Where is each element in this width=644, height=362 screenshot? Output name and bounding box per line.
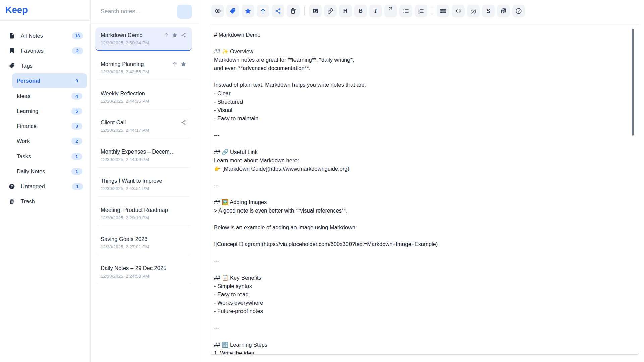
editor-textarea[interactable]: # Markdown Demo ## ✨ Overview Markdown n… — [210, 24, 639, 355]
table-button[interactable] — [437, 5, 449, 17]
note-list-item[interactable]: Morning Planning12/30/2025, 2:42:55 PM — [95, 57, 192, 80]
note-indicators — [163, 32, 186, 38]
note-list-item[interactable]: Saving Goals 202612/30/2025, 2:27:01 PM — [95, 232, 192, 255]
tag-label: Work — [17, 138, 67, 144]
tag-label: Learning — [17, 108, 67, 114]
tag-button[interactable] — [226, 5, 239, 17]
editor-scrollbar-thumb[interactable] — [632, 29, 634, 136]
editor-area: HBI”123(x)S? # Markdown Demo ## ✨ Overvi… — [199, 0, 644, 362]
sidebar-nav: All Notes13Favorites2TagsPersonal9Ideas4… — [0, 21, 90, 209]
inline-math-button[interactable]: (x) — [467, 5, 480, 17]
tag-label: Tasks — [17, 153, 67, 160]
sidebar-item-tags[interactable]: Tags — [0, 58, 90, 73]
sidebar: Keep All Notes13Favorites2TagsPersonal9I… — [0, 0, 91, 362]
count-badge: 1 — [71, 168, 82, 175]
delete-button[interactable] — [287, 5, 300, 17]
note-title: Daily Notes – 29 Dec 2025 — [101, 265, 183, 272]
blockquote-glyph: ” — [389, 9, 393, 13]
note-card-top: Things I Want to Improve — [101, 178, 186, 184]
count-badge: 5 — [71, 108, 82, 115]
blockquote-button[interactable]: ” — [384, 5, 397, 17]
list-ol-icon: 123 — [418, 8, 424, 14]
note-date: 12/30/2025, 2:44:09 PM — [101, 157, 186, 162]
note-list-item[interactable]: Daily Notes – 29 Dec 202512/30/2025, 2:2… — [95, 261, 192, 284]
note-list-item[interactable]: Weekly Reflection12/30/2025, 2:44:35 PM — [95, 86, 192, 109]
sidebar-item-trash[interactable]: Trash — [0, 194, 90, 209]
code-button[interactable] — [452, 5, 465, 17]
notes-panel: Markdown Demo12/30/2025, 2:50:34 PMMorni… — [91, 0, 199, 362]
note-indicators — [172, 61, 186, 67]
sidebar-tag-learning[interactable]: Learning5 — [12, 104, 87, 119]
arrow-up-icon — [260, 8, 266, 14]
favorite-button[interactable] — [241, 5, 254, 17]
toolbar-divider — [304, 7, 305, 15]
sidebar-item-untagged[interactable]: ?Untagged1 — [0, 179, 90, 194]
star-icon — [181, 61, 186, 67]
share-icon — [181, 32, 186, 38]
count-badge: 3 — [71, 123, 82, 130]
note-card-top: Saving Goals 2026 — [101, 236, 186, 242]
note-date: 12/30/2025, 2:24:58 PM — [101, 274, 186, 279]
heading-button[interactable]: H — [339, 5, 352, 17]
note-card-top: Morning Planning — [101, 61, 186, 67]
note-list-item[interactable]: Meeting: Product Roadmap12/30/2025, 2:29… — [95, 202, 192, 226]
note-date: 12/30/2025, 2:50:34 PM — [101, 40, 186, 45]
count-badge: 9 — [71, 77, 82, 84]
note-title: Morning Planning — [101, 61, 169, 67]
note-date: 12/30/2025, 2:44:17 PM — [101, 128, 186, 133]
sidebar-tag-personal[interactable]: Personal9 — [12, 73, 87, 88]
bold-button[interactable]: B — [354, 5, 367, 17]
note-card-top: Markdown Demo — [101, 32, 186, 38]
collapse-sidebar-button[interactable] — [74, 6, 84, 15]
copy-button[interactable] — [497, 5, 510, 17]
sidebar-item-favorites[interactable]: Favorites2 — [0, 43, 90, 58]
sidebar-item-label: Trash — [21, 198, 83, 205]
insert-link-button[interactable] — [324, 5, 337, 17]
sidebar-tag-finance[interactable]: Finance3 — [12, 119, 87, 134]
note-title: Client Call — [101, 119, 178, 126]
sidebar-item-label: Untagged — [21, 183, 66, 190]
sidebar-tag-daily-notes[interactable]: Daily Notes1 — [12, 164, 87, 179]
export-button[interactable] — [257, 5, 269, 17]
help-button[interactable]: ? — [512, 5, 525, 17]
tag-icon — [9, 63, 15, 69]
tag-label: Personal — [17, 78, 67, 84]
italic-glyph: I — [375, 8, 377, 14]
note-list-item[interactable]: Client Call12/30/2025, 2:44:17 PM — [95, 115, 192, 138]
bullet-list-button[interactable] — [399, 5, 412, 17]
sidebar-tag-tasks[interactable]: Tasks1 — [12, 149, 87, 164]
note-list-item[interactable]: Monthly Expenses – Decem…12/30/2025, 2:4… — [95, 144, 192, 168]
note-date: 12/30/2025, 2:42:55 PM — [101, 69, 186, 74]
count-badge: 1 — [71, 153, 82, 160]
insert-image-button[interactable] — [309, 5, 322, 17]
notes-list: Markdown Demo12/30/2025, 2:50:34 PMMorni… — [91, 23, 199, 362]
sidebar-tag-ideas[interactable]: Ideas4 — [12, 88, 87, 104]
count-badge: 2 — [72, 47, 83, 54]
editor-toolbar: HBI”123(x)S? — [199, 0, 644, 17]
note-list-item[interactable]: Things I Want to Improve12/30/2025, 2:43… — [95, 173, 192, 197]
tag-solid-icon — [229, 8, 236, 14]
italic-button[interactable]: I — [369, 5, 382, 17]
code-icon — [455, 8, 462, 14]
toolbar-divider — [432, 7, 432, 15]
sidebar-item-label: Favorites — [21, 48, 66, 54]
add-note-button[interactable] — [177, 5, 192, 19]
search-input[interactable] — [101, 8, 173, 15]
note-date: 12/30/2025, 2:43:51 PM — [101, 186, 186, 191]
count-badge: 13 — [72, 32, 83, 39]
share-button[interactable] — [272, 5, 284, 17]
app-window: Keep All Notes13Favorites2TagsPersonal9I… — [0, 0, 644, 362]
note-title: Things I Want to Improve — [101, 178, 183, 184]
note-title: Markdown Demo — [101, 32, 160, 38]
note-title: Saving Goals 2026 — [101, 236, 183, 242]
numbered-list-button[interactable]: 123 — [415, 5, 427, 17]
link-icon — [327, 8, 334, 14]
preview-button[interactable] — [211, 5, 224, 17]
sidebar-item-all-notes[interactable]: All Notes13 — [0, 28, 90, 43]
strikethrough-button[interactable]: S — [482, 5, 495, 17]
sidebar-tag-work[interactable]: Work2 — [12, 134, 87, 149]
count-badge: 1 — [72, 183, 83, 190]
pin-icon — [163, 32, 169, 38]
note-list-item[interactable]: Markdown Demo12/30/2025, 2:50:34 PM — [95, 27, 192, 51]
bookmark-icon — [9, 48, 15, 54]
